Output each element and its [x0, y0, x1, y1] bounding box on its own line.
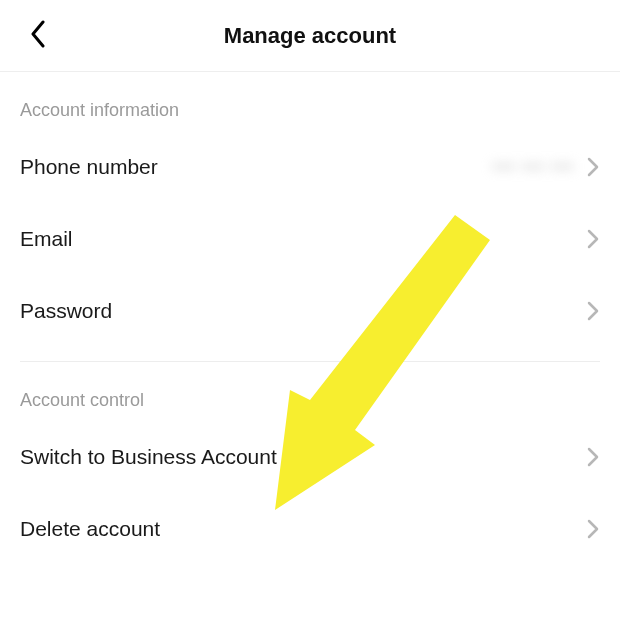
row-password[interactable]: Password: [0, 275, 620, 347]
row-label: Phone number: [20, 155, 158, 179]
chevron-right-icon: [586, 156, 600, 178]
row-switch-to-business[interactable]: Switch to Business Account: [0, 421, 620, 493]
chevron-right-icon: [586, 300, 600, 322]
row-phone-number[interactable]: Phone number ••• ••• •••: [0, 131, 620, 203]
back-button[interactable]: [18, 16, 58, 56]
section-header-account-info: Account information: [0, 72, 620, 131]
chevron-right-icon: [586, 518, 600, 540]
row-label: Switch to Business Account: [20, 445, 277, 469]
chevron-right-icon: [586, 446, 600, 468]
row-label: Delete account: [20, 517, 160, 541]
header: Manage account: [0, 0, 620, 72]
phone-number-value: ••• ••• •••: [493, 156, 574, 178]
page-title: Manage account: [224, 23, 396, 49]
row-label: Email: [20, 227, 73, 251]
row-email[interactable]: Email: [0, 203, 620, 275]
section-header-account-control: Account control: [0, 362, 620, 421]
chevron-left-icon: [29, 20, 47, 52]
chevron-right-icon: [586, 228, 600, 250]
row-label: Password: [20, 299, 112, 323]
row-delete-account[interactable]: Delete account: [0, 493, 620, 565]
